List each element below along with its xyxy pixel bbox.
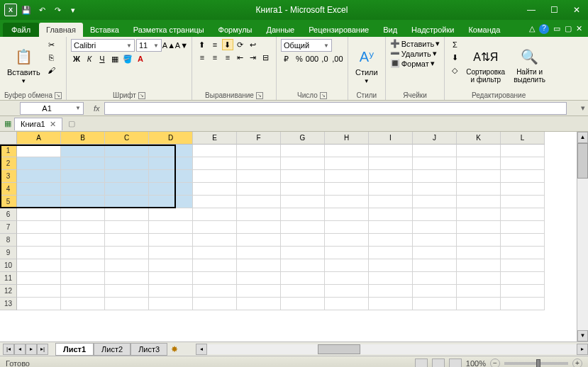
- cell[interactable]: [17, 221, 61, 234]
- cell[interactable]: [61, 170, 105, 183]
- paste-button[interactable]: 📋 Вставить ▼: [4, 39, 43, 91]
- zoom-out-button[interactable]: −: [490, 358, 500, 368]
- cell[interactable]: [237, 208, 281, 221]
- cell[interactable]: [457, 247, 501, 259]
- row-header[interactable]: 8: [0, 234, 17, 247]
- cell[interactable]: [457, 221, 501, 234]
- tab-insert[interactable]: Вставка: [83, 23, 126, 37]
- grow-font-button[interactable]: A▲: [163, 40, 174, 51]
- cell[interactable]: [501, 221, 545, 234]
- fill-button[interactable]: ⬇: [449, 52, 460, 63]
- cell[interactable]: [281, 196, 325, 208]
- window-maximize-icon[interactable]: ▢: [565, 24, 572, 34]
- cell[interactable]: [61, 247, 105, 259]
- excel-icon[interactable]: X: [4, 4, 17, 16]
- sheet-prev-button[interactable]: ◂: [14, 344, 26, 355]
- cell[interactable]: [105, 157, 149, 170]
- cell[interactable]: [193, 208, 237, 221]
- cell[interactable]: [105, 221, 149, 234]
- cell[interactable]: [325, 208, 369, 221]
- cell[interactable]: [237, 247, 281, 259]
- column-header[interactable]: B: [61, 132, 105, 145]
- column-header[interactable]: C: [105, 132, 149, 145]
- cell[interactable]: [105, 234, 149, 247]
- zoom-in-button[interactable]: +: [572, 358, 582, 368]
- cell[interactable]: [413, 196, 457, 208]
- zoom-thumb[interactable]: [536, 359, 540, 368]
- cell[interactable]: [237, 196, 281, 208]
- cell[interactable]: [369, 272, 413, 285]
- font-size-combo[interactable]: 11▼: [136, 39, 162, 52]
- cell[interactable]: [369, 221, 413, 234]
- cell[interactable]: [501, 234, 545, 247]
- cell[interactable]: [457, 170, 501, 183]
- cell[interactable]: [413, 170, 457, 183]
- cell[interactable]: [61, 298, 105, 310]
- cell[interactable]: [237, 272, 281, 285]
- row-header[interactable]: 9: [0, 247, 17, 259]
- underline-button[interactable]: Ч: [96, 53, 108, 64]
- cell[interactable]: [149, 145, 193, 157]
- cell[interactable]: [193, 170, 237, 183]
- cell[interactable]: [413, 157, 457, 170]
- cell[interactable]: [413, 272, 457, 285]
- decrease-indent-button[interactable]: ⇤: [235, 52, 246, 63]
- cell[interactable]: [325, 170, 369, 183]
- find-select-button[interactable]: 🔍 Найти и выделить: [511, 39, 548, 91]
- cell[interactable]: [457, 259, 501, 272]
- cell[interactable]: [413, 221, 457, 234]
- format-cells-button[interactable]: 🔳Формат ▾: [390, 59, 440, 68]
- sheet-tab[interactable]: Лист2: [94, 343, 131, 356]
- row-header[interactable]: 5: [0, 196, 17, 208]
- cell[interactable]: [105, 145, 149, 157]
- cell[interactable]: [501, 183, 545, 196]
- cell[interactable]: [193, 272, 237, 285]
- cell[interactable]: [61, 221, 105, 234]
- number-launcher[interactable]: ↘: [320, 92, 327, 99]
- cell[interactable]: [105, 285, 149, 298]
- cell[interactable]: [17, 285, 61, 298]
- cell[interactable]: [193, 234, 237, 247]
- cell[interactable]: [17, 157, 61, 170]
- scroll-right-button[interactable]: ▸: [577, 344, 588, 355]
- vscroll-thumb[interactable]: [577, 143, 588, 179]
- cell[interactable]: [457, 285, 501, 298]
- cell[interactable]: [17, 272, 61, 285]
- cell[interactable]: [281, 170, 325, 183]
- workbook-close-icon[interactable]: ✕: [576, 24, 582, 34]
- cell[interactable]: [325, 183, 369, 196]
- cell[interactable]: [501, 285, 545, 298]
- cell[interactable]: [501, 196, 545, 208]
- cell[interactable]: [105, 298, 149, 310]
- cell[interactable]: [17, 145, 61, 157]
- column-header[interactable]: F: [237, 132, 281, 145]
- cell[interactable]: [237, 298, 281, 310]
- cell[interactable]: [369, 145, 413, 157]
- view-pagebreak-button[interactable]: [449, 358, 462, 368]
- cell[interactable]: [105, 272, 149, 285]
- cell[interactable]: [17, 208, 61, 221]
- cell[interactable]: [413, 285, 457, 298]
- cell[interactable]: [369, 157, 413, 170]
- row-header[interactable]: 13: [0, 298, 17, 310]
- cell[interactable]: [325, 272, 369, 285]
- cell[interactable]: [281, 285, 325, 298]
- cell[interactable]: [105, 208, 149, 221]
- font-color-button[interactable]: A: [135, 53, 146, 64]
- decrease-decimal-button[interactable]: ,00: [332, 53, 343, 64]
- row-header[interactable]: 1: [0, 145, 17, 157]
- cell[interactable]: [457, 157, 501, 170]
- cell[interactable]: [281, 208, 325, 221]
- row-header[interactable]: 4: [0, 183, 17, 196]
- cell[interactable]: [457, 145, 501, 157]
- cell[interactable]: [413, 298, 457, 310]
- insert-cells-button[interactable]: ➕Вставить ▾: [390, 39, 440, 48]
- cell[interactable]: [369, 196, 413, 208]
- workbook-close-icon[interactable]: ✕: [50, 120, 56, 129]
- cell[interactable]: [457, 234, 501, 247]
- view-normal-button[interactable]: [415, 358, 428, 368]
- workbook-tab[interactable]: Книга1 ✕: [14, 118, 62, 130]
- cell[interactable]: [237, 183, 281, 196]
- bold-button[interactable]: Ж: [71, 53, 82, 64]
- formula-bar-expand[interactable]: ▾: [578, 103, 588, 113]
